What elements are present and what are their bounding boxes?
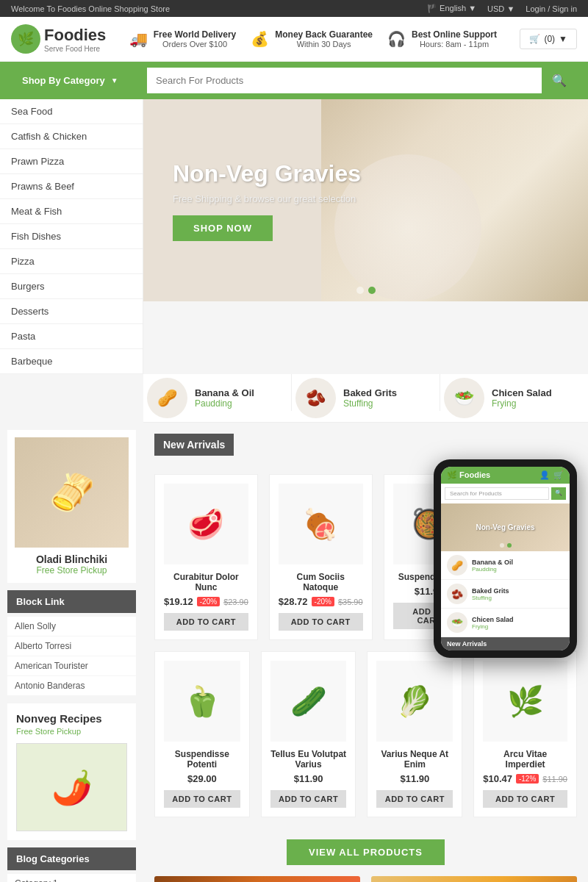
category-banana[interactable]: 🥜 Banana & Oil Paudding [143, 374, 291, 422]
category-menu-btn[interactable]: Shop By Category ▼ [11, 68, 147, 93]
add-to-cart-8[interactable]: ADD TO CART [483, 790, 567, 808]
cart-button[interactable]: 🛒 (0) ▼ [520, 29, 577, 49]
bakedgrits-img: 🫘 [295, 378, 336, 418]
product-name-5: Suspendisse Potenti [164, 749, 240, 770]
support-icon: 🎧 [387, 30, 406, 48]
currency-selector[interactable]: USD ▼ [487, 4, 514, 13]
banana-name: Banana & Oil [195, 387, 254, 398]
mobile-preview-overlay: 🌿 Foodies 👤 🛒 Search for Products 🔍 Non- [434, 459, 577, 658]
welcome-text: Welcome To Foodies Online Shopping Store [11, 4, 170, 13]
chickensalad-name: Chicen Salad [492, 387, 552, 398]
product-img-1: 🥩 [164, 484, 248, 564]
logo[interactable]: 🌿 Foodies Serve Food Here [11, 24, 106, 54]
right-content: New Arrivals 🥩 Curabitur Dolor Nunc $19.… [143, 423, 588, 882]
top-bar-right: 🏴 English ▼ USD ▼ Login / Sign in [427, 4, 577, 13]
nonveg-image: 🌶️ [16, 743, 127, 831]
search-input[interactable] [147, 68, 542, 93]
blog-list: Category 1 Sub Category 1 Sub Category 2 [7, 874, 136, 882]
feature2-title: Money Back Guarantee [275, 29, 373, 40]
price-discount-2: -20% [312, 597, 334, 606]
mobile-search-bar: Search for Products 🔍 [441, 484, 570, 503]
block-link-alberto[interactable]: Alberto Torresi [7, 637, 136, 656]
search-row: Shop By Category ▼ 🔍 [0, 62, 588, 99]
banner-tea-makers[interactable]: Tea Makers Best Deals 20% OFF [154, 876, 360, 882]
sidebar-item-desserts[interactable]: Desserts [0, 299, 143, 324]
mobile-hero-text: Non-Veg Gravies [476, 523, 534, 531]
category-chickensalad[interactable]: 🥗 Chicen Salad Frying [440, 374, 588, 422]
sidebar-item-pasta[interactable]: Pasta [0, 324, 143, 349]
price-discount-1: -20% [197, 597, 220, 606]
language-selector[interactable]: 🏴 English ▼ [427, 4, 476, 13]
sidebar-item-meatfish[interactable]: Meat & Fish [0, 199, 143, 224]
banana-img: 🥜 [147, 378, 187, 418]
add-to-cart-1[interactable]: ADD TO CART [164, 613, 248, 631]
sidebar-item-pizza[interactable]: Pizza [0, 249, 143, 274]
product-img-8: 🌿 [483, 661, 567, 742]
feature-guarantee: 💰 Money Back Guarantee Within 30 Days [251, 29, 373, 49]
category-bakedgrits[interactable]: 🫘 Baked Grits Stuffing [292, 374, 440, 422]
blog-cat1[interactable]: Category 1 [7, 874, 136, 882]
product-img-6: 🥒 [270, 661, 347, 742]
main-layout: Sea Food Catfish & Chicken Prawn Pizza P… [0, 99, 588, 374]
blog-header: Blog Categories [7, 847, 136, 870]
block-link-american[interactable]: American Tourister [7, 656, 136, 676]
block-link-allen[interactable]: Allen Solly [7, 617, 136, 637]
search-button[interactable]: 🔍 [542, 68, 577, 93]
price-discount-8: -12% [516, 774, 539, 784]
sidebar-item-prawnsbeef[interactable]: Prawns & Beef [0, 174, 143, 199]
banner-new-utensils[interactable]: New Utensils 203 Off [371, 876, 577, 882]
product-prices-2: $28.72 -20% $35.90 [279, 596, 363, 607]
login-link[interactable]: Login / Sign in [526, 4, 577, 13]
price-current-6: $11.90 [294, 773, 323, 784]
product-card-6: 🥒 Tellus Eu Volutpat Varius $11.90 ADD T… [261, 651, 356, 817]
search-input-wrap: 🔍 [147, 68, 577, 93]
add-to-cart-5[interactable]: ADD TO CART [164, 790, 240, 808]
category-btn-arrow: ▼ [111, 76, 118, 85]
hero-shop-now-btn[interactable]: SHOP NOW [173, 215, 273, 241]
chickensalad-sub: Frying [492, 398, 552, 409]
bakedgrits-sub: Stuffing [343, 398, 397, 409]
sidebar-item-catfish[interactable]: Catfish & Chicken [0, 124, 143, 149]
mobile-screen: 🌿 Foodies 👤 🛒 Search for Products 🔍 Non- [441, 467, 570, 650]
mobile-cat-info-2: Baked Grits Stuffing [472, 587, 509, 601]
mobile-cat-img-2: 🫘 [447, 584, 467, 604]
banana-sub: Paudding [195, 398, 254, 409]
mobile-cat-img-1: 🥜 [447, 555, 467, 576]
sidebar-item-seafood[interactable]: Sea Food [0, 99, 143, 124]
sidebar-item-fishdishes[interactable]: Fish Dishes [0, 224, 143, 249]
category-btn-label: Shop By Category [22, 75, 105, 86]
chickensalad-img: 🥗 [444, 378, 484, 418]
mobile-cat-banana: 🥜 Banana & Oil Paudding [441, 551, 570, 580]
product-prices-7: $11.90 [376, 773, 453, 784]
top-bar: Welcome To Foodies Online Shopping Store… [0, 0, 588, 17]
sidebar-item-barbeque[interactable]: Barbeque [0, 349, 143, 374]
product-card-8: 🌿 Arcu Vitae Imperdiet $10.47 -12% $11.9… [473, 651, 577, 817]
feature3-title: Best Online Support [412, 29, 497, 40]
hero-dot-1[interactable] [356, 287, 364, 294]
product-card-7: 🥬 Varius Neque At Enim $11.90 ADD TO CAR… [367, 651, 462, 817]
nonveg-sub: Free Store Pickup [16, 727, 127, 736]
view-all-btn[interactable]: VIEW ALL PRODUCTS [287, 839, 445, 865]
add-to-cart-7[interactable]: ADD TO CART [376, 790, 453, 808]
feature3-sub: Hours: 8am - 11pm [420, 40, 489, 49]
hero-dot-2[interactable] [368, 287, 376, 294]
products-grid-2: 🫑 Suspendisse Potenti $29.00 ADD TO CART… [154, 651, 577, 817]
price-old-1: $23.90 [223, 598, 248, 606]
add-to-cart-6[interactable]: ADD TO CART [270, 790, 347, 808]
mobile-cart-icon: 🛒 [553, 470, 564, 480]
bakedgrits-info: Baked Grits Stuffing [343, 387, 397, 409]
hero-subtitle: Free Shipping & browse our great selecti… [173, 193, 361, 204]
mobile-cat-name-2: Baked Grits [472, 587, 509, 595]
nonveg-section: Nonveg Recipes Free Store Pickup 🌶️ [7, 703, 136, 840]
feature-support: 🎧 Best Online Support Hours: 8am - 11pm [387, 29, 497, 49]
block-link-antonio[interactable]: Antonio Banderas [7, 676, 136, 696]
sidebar-item-prawnpizza[interactable]: Prawn Pizza [0, 149, 143, 174]
price-current-1: $19.12 [164, 596, 193, 607]
featured-name: Oladi Blinchiki [15, 553, 129, 565]
price-current-8: $10.47 [483, 773, 512, 784]
banana-info: Banana & Oil Paudding [195, 387, 254, 409]
add-to-cart-2[interactable]: ADD TO CART [279, 613, 363, 631]
mobile-cat-sub-2: Stuffing [472, 595, 509, 601]
sidebar-item-burgers[interactable]: Burgers [0, 274, 143, 299]
product-name-1: Curabitur Dolor Nunc [164, 572, 248, 592]
